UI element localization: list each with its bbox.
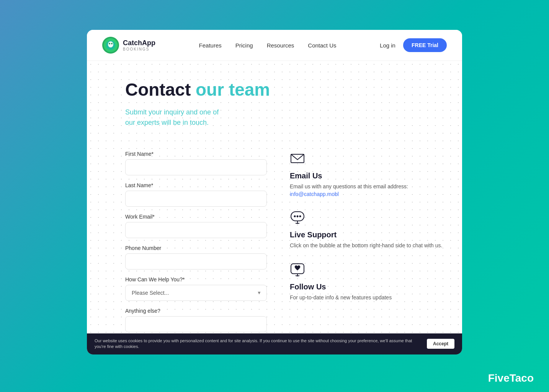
nav-features[interactable]: Features (199, 42, 222, 49)
cookie-bar: Our website uses cookies to provide you … (87, 333, 462, 354)
work-email-label: Work Email* (125, 214, 267, 220)
work-email-group: Work Email* (125, 214, 267, 238)
brand-logo (102, 37, 119, 54)
anything-group: Anything else? (125, 308, 267, 332)
contact-form: First Name* Last Name* Work Email* Phone… (125, 151, 267, 339)
select-wrapper: Please Select... General Inquiry Technic… (125, 285, 267, 301)
first-name-input[interactable] (125, 159, 267, 175)
live-support-desc: Click on the bubble at the bottom right-… (290, 242, 447, 250)
anything-input[interactable] (125, 316, 267, 332)
svg-point-7 (112, 43, 113, 44)
svg-point-12 (299, 215, 301, 217)
cookie-text: Our website uses cookies to provide you … (95, 338, 419, 350)
follow-us-item: Follow Us For up-to-date info & new feat… (290, 262, 447, 302)
login-button[interactable]: Log in (380, 42, 395, 49)
hero-subtitle-line1: Submit your inquiry and one of (125, 108, 219, 116)
heart-chat-icon (290, 262, 305, 277)
help-group: How Can We Help You?* Please Select... G… (125, 276, 267, 301)
hero-subtitle: Submit your inquiry and one of our exper… (125, 107, 447, 128)
live-support-item: Live Support Click on the bubble at the … (290, 210, 447, 250)
hero-title: Contact our team (125, 80, 447, 100)
watermark-text: FiveTaco (488, 372, 534, 384)
content-area: First Name* Last Name* Work Email* Phone… (87, 139, 462, 354)
phone-group: Phone Number (125, 245, 267, 270)
work-email-input[interactable] (125, 222, 267, 238)
anything-label: Anything else? (125, 308, 267, 314)
nav-actions: Log in FREE Trial (380, 38, 447, 52)
email-contact-item: Email Us Email us with any questions at … (290, 151, 447, 198)
chat-icon (290, 210, 305, 225)
hero-title-black: Contact (125, 80, 196, 100)
svg-point-11 (297, 215, 299, 217)
last-name-input[interactable] (125, 191, 267, 207)
nav-resources[interactable]: Resources (267, 42, 294, 49)
phone-input[interactable] (125, 253, 267, 270)
hero-title-accent: our team (196, 80, 270, 100)
help-select[interactable]: Please Select... General Inquiry Technic… (125, 285, 267, 301)
brand-text: CatchApp BOOKINGS (123, 39, 155, 51)
main-card: CatchApp BOOKINGS Features Pricing Resou… (87, 30, 462, 354)
hero-section: Contact our team Submit your inquiry and… (87, 61, 462, 139)
nav-pricing[interactable]: Pricing (235, 42, 253, 49)
free-trial-button[interactable]: FREE Trial (403, 38, 447, 52)
contact-info-section: Email Us Email us with any questions at … (290, 151, 447, 339)
brand-name: CatchApp (123, 39, 155, 47)
svg-point-6 (109, 43, 110, 44)
cookie-accept-button[interactable]: Accept (427, 339, 454, 349)
nav-links: Features Pricing Resources Contact Us (199, 42, 337, 49)
follow-us-title: Follow Us (290, 283, 447, 291)
brand: CatchApp BOOKINGS (102, 37, 155, 54)
last-name-label: Last Name* (125, 182, 267, 188)
svg-point-10 (294, 215, 296, 217)
brand-sub: BOOKINGS (123, 47, 155, 51)
help-label: How Can We Help You?* (125, 276, 267, 283)
hero-subtitle-line2: our experts will be in touch. (125, 119, 209, 126)
live-support-title: Live Support (290, 230, 447, 239)
svg-point-3 (108, 41, 113, 47)
follow-us-desc: For up-to-date info & new features updat… (290, 294, 447, 302)
phone-label: Phone Number (125, 245, 267, 251)
nav-contact[interactable]: Contact Us (308, 42, 336, 49)
email-title: Email Us (290, 172, 447, 180)
navbar: CatchApp BOOKINGS Features Pricing Resou… (87, 30, 462, 61)
first-name-label: First Name* (125, 151, 267, 157)
email-link[interactable]: info@catchapp.mobl (290, 191, 339, 197)
watermark: FiveTaco (488, 372, 534, 384)
first-name-group: First Name* (125, 151, 267, 175)
email-desc: Email us with any questions at this emai… (290, 183, 447, 191)
last-name-group: Last Name* (125, 182, 267, 207)
email-icon (290, 151, 305, 166)
